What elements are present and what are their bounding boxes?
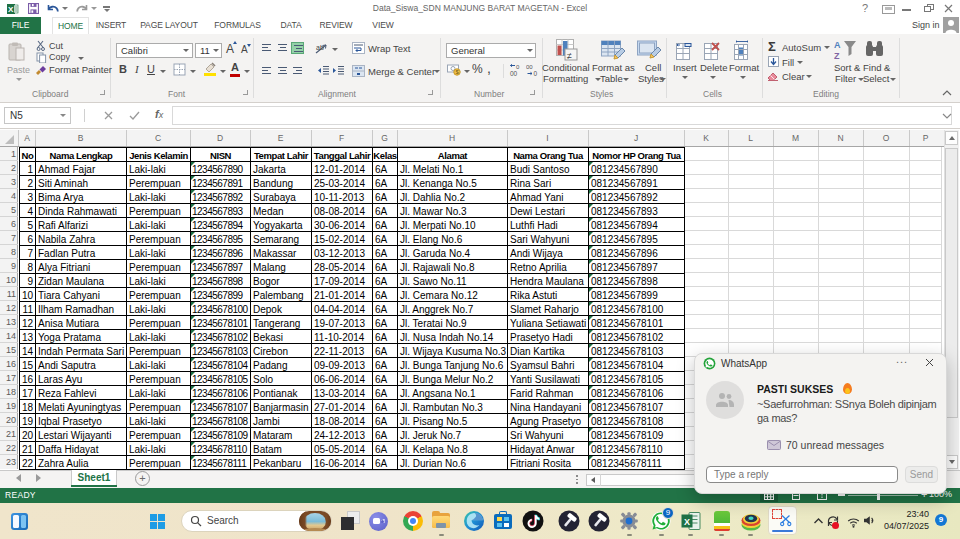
svg-text:A: A (834, 40, 841, 50)
svg-text:Z: Z (834, 51, 840, 60)
svg-text:00: 00 (510, 70, 518, 77)
svg-text:00: 00 (526, 64, 533, 70)
svg-text:ab: ab (316, 44, 324, 51)
svg-text:0: 0 (534, 70, 538, 77)
svg-text:≠: ≠ (567, 51, 572, 61)
svg-text:X: X (684, 517, 690, 527)
